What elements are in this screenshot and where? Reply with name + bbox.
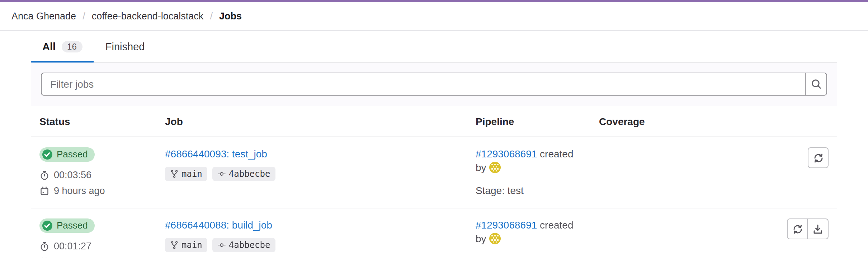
branch-icon [170,170,179,178]
stopwatch-icon [39,241,49,251]
tab-all-label: All [42,41,56,52]
pipeline-cell: #1293068691 created by [467,208,590,258]
pipeline-link[interactable]: #1293068691 [476,148,537,160]
breadcrumb-separator: / [82,11,85,22]
jobs-table-header: Status Job Pipeline Coverage [31,106,837,137]
job-row: Passed 00:01:27 [31,208,837,258]
jobs-tabs: All 16 Finished [31,31,837,63]
pipeline-stage: Stage: build [476,256,582,258]
breadcrumb: Anca Ghenade / coffee-backend-localstack… [0,2,868,31]
pipeline-link[interactable]: #1293068691 [476,219,537,231]
branch-chip[interactable]: main [165,167,207,181]
actions-cell [705,137,837,208]
pipeline-stage: Stage: test [476,185,582,196]
coverage-cell [590,137,705,208]
breadcrumb-project-link[interactable]: coffee-backend-localstack [92,11,204,22]
header-status: Status [31,106,156,137]
branch-icon [170,241,179,249]
tab-all[interactable]: All 16 [31,31,94,62]
pipeline-creator-avatar[interactable] [489,162,500,177]
breadcrumb-separator: / [210,11,213,22]
search-button[interactable] [805,73,826,95]
status-badge-label: Passed [57,149,88,160]
retry-job-button[interactable] [787,218,808,239]
download-icon [812,223,824,235]
job-cell: #6866440093: test_job [156,137,467,208]
job-actions-group [787,218,829,239]
filter-input-group [41,73,827,96]
jobs-table: Status Job Pipeline Coverage [31,106,837,258]
search-icon [810,78,822,90]
pipeline-cell: #1293068691 created by [467,137,590,208]
status-badge-label: Passed [57,220,88,231]
breadcrumb-current-page: Jobs [219,11,242,22]
filter-jobs-input[interactable] [42,73,805,95]
breadcrumb-group-link[interactable]: Anca Ghenade [11,11,76,22]
tab-all-count-badge: 16 [61,41,82,52]
calendar-icon [39,186,49,196]
branch-chip[interactable]: main [165,238,207,252]
header-job: Job [156,106,467,137]
retry-job-button[interactable] [808,147,829,168]
pipeline-creator-avatar[interactable] [489,233,500,248]
status-badge-passed[interactable]: Passed [39,218,95,233]
tab-finished-label: Finished [105,41,145,52]
status-cell: Passed 00:03:56 [31,137,156,208]
retry-icon [812,152,824,163]
job-finished-at: 10 hours ago [39,257,148,258]
header-pipeline: Pipeline [467,106,590,137]
commit-icon [217,241,226,249]
download-artifacts-button[interactable] [808,218,829,239]
filter-section [31,63,837,106]
check-circle-icon [42,149,53,160]
status-cell: Passed 00:01:27 [31,208,156,258]
job-duration: 00:01:27 [39,241,148,252]
commit-chip[interactable]: 4abbecbe [212,238,275,252]
coverage-cell [590,208,705,258]
actions-cell [705,208,837,258]
check-circle-icon [42,220,53,231]
job-link[interactable]: #6866440093: test_job [165,148,267,160]
job-row: Passed 00:03:56 [31,137,837,208]
status-badge-passed[interactable]: Passed [39,147,95,162]
jobs-page: Anca Ghenade / coffee-backend-localstack… [0,0,868,258]
commit-icon [217,170,226,178]
stopwatch-icon [39,170,49,180]
commit-chip[interactable]: 4abbecbe [212,167,275,181]
job-link[interactable]: #6866440088: build_job [165,219,272,231]
retry-icon [792,223,803,235]
tab-finished[interactable]: Finished [94,31,156,62]
header-coverage: Coverage [590,106,705,137]
job-cell: #6866440088: build_job [156,208,467,258]
job-finished-at: 9 hours ago [39,185,148,196]
job-duration: 00:03:56 [39,170,148,180]
